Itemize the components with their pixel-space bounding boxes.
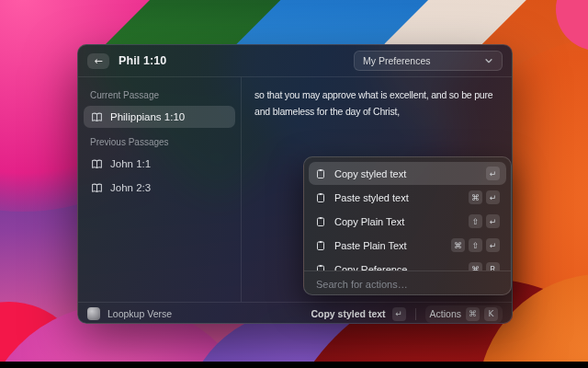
shortcut-keys: ⌘ R (469, 262, 500, 270)
cmd-key-icon: ⌘ (469, 262, 482, 270)
cmd-key-icon: ⌘ (469, 190, 482, 204)
actions-search-bar (304, 270, 511, 295)
return-key-icon: ↵ (392, 307, 406, 321)
actions-panel: Copy styled text ↵ Paste styled text ⌘ ↵ (303, 156, 512, 295)
actions-button[interactable]: Actions ⌘ K (425, 305, 503, 323)
extension-name: Loopkup Verse (107, 308, 172, 319)
footer-divider (415, 308, 416, 320)
action-label: Paste styled text (334, 192, 409, 203)
page-title: Phil 1:10 (119, 54, 166, 67)
cmd-key-icon: ⌘ (451, 238, 465, 252)
action-item-paste-plain-text[interactable]: Paste Plain Text ⌘ ⇧ ↵ (309, 234, 506, 257)
open-book-icon (91, 182, 103, 194)
r-key-icon: R (486, 262, 500, 270)
shift-key-icon: ⇧ (469, 214, 482, 228)
primary-action-button[interactable]: Copy styled text (311, 308, 385, 319)
screen-bottom-bar (0, 362, 588, 368)
clipboard-icon (315, 192, 326, 203)
sidebar-item-john-1-1[interactable]: John 1:1 (84, 153, 235, 175)
verse-text: so that you may approve what is excellen… (254, 87, 500, 121)
section-header-current: Current Passage (90, 90, 229, 100)
action-item-copy-styled-text[interactable]: Copy styled text ↵ (309, 162, 506, 185)
actions-search-input[interactable] (314, 278, 501, 291)
action-label: Copy Plain Text (334, 216, 404, 227)
action-item-copy-plain-text[interactable]: Copy Plain Text ⇧ ↵ (309, 210, 506, 233)
action-item-copy-reference[interactable]: Copy Reference ⌘ R (309, 258, 506, 270)
action-label: Copy styled text (334, 168, 406, 179)
passages-sidebar: Current Passage Philippians 1:10 Previou… (78, 77, 242, 302)
sidebar-item-philippians-1-10[interactable]: Philippians 1:10 (84, 106, 235, 128)
preferences-dropdown[interactable]: My Preferences (354, 51, 503, 71)
return-key-icon: ↵ (486, 167, 500, 180)
k-key-icon: K (484, 307, 498, 321)
shortcut-keys: ⌘ ⇧ ↵ (451, 238, 500, 252)
shortcut-keys: ⇧ ↵ (469, 214, 500, 228)
shortcut-keys: ↵ (486, 167, 500, 180)
clipboard-icon (315, 240, 326, 251)
window-footer: Loopkup Verse Copy styled text ↵ Actions… (78, 302, 512, 325)
open-book-icon (91, 111, 103, 123)
screen: ← Phil 1:10 My Preferences Current Passa… (0, 0, 588, 368)
shortcut-keys: ⌘ ↵ (469, 190, 500, 204)
sidebar-item-label: Philippians 1:10 (110, 111, 185, 122)
clipboard-icon (315, 216, 326, 227)
action-label: Paste Plain Text (334, 240, 407, 251)
action-item-paste-styled-text[interactable]: Paste styled text ⌘ ↵ (309, 186, 506, 209)
sidebar-item-label: John 2:3 (110, 182, 151, 193)
action-label: Copy Reference (334, 264, 408, 271)
shift-key-icon: ⇧ (469, 238, 482, 252)
actions-button-label: Actions (430, 308, 461, 319)
chevron-down-icon (484, 56, 493, 65)
window-header: ← Phil 1:10 My Preferences (78, 45, 512, 77)
back-arrow-icon: ← (94, 55, 102, 67)
open-book-icon (91, 158, 103, 170)
clipboard-icon (315, 168, 326, 179)
footer-actions: Copy styled text ↵ Actions ⌘ K (311, 305, 503, 323)
sidebar-item-label: John 1:1 (110, 158, 151, 169)
clipboard-icon (315, 264, 326, 271)
cmd-key-icon: ⌘ (466, 307, 480, 321)
back-button[interactable]: ← (87, 53, 109, 69)
sidebar-item-john-2-3[interactable]: John 2:3 (84, 177, 235, 199)
return-key-icon: ↵ (486, 214, 500, 228)
preferences-dropdown-value: My Preferences (363, 55, 431, 66)
return-key-icon: ↵ (486, 190, 500, 204)
actions-list: Copy styled text ↵ Paste styled text ⌘ ↵ (304, 157, 511, 270)
section-header-previous: Previous Passages (90, 137, 229, 147)
extension-icon (87, 307, 100, 320)
return-key-icon: ↵ (486, 238, 500, 252)
